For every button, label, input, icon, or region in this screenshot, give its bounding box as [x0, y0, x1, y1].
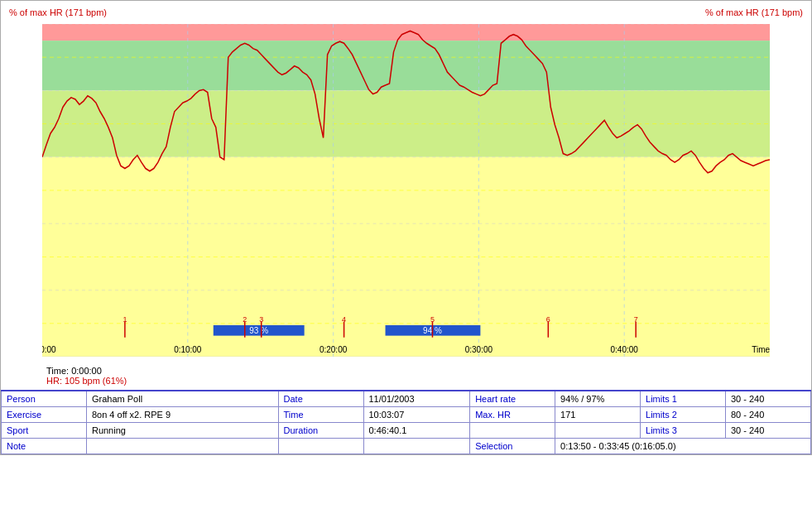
table-row: Note Selection 0:13:50 - 0:33:45 (0:16:0… [2, 439, 811, 454]
limits2-label: Limits 2 [641, 407, 726, 423]
sport-label: Sport [2, 423, 87, 439]
table-row: Exercise 8on 4 off x2. RPE 9 Time 10:03:… [2, 407, 811, 423]
time-value: 10:03:07 [363, 407, 470, 423]
limits3-label: Limits 3 [641, 423, 726, 439]
chart-svg: 100% 90% 80% 70% 60% 50% 40% 30% 100% 90… [42, 24, 770, 357]
svg-text:0:30:00: 0:30:00 [465, 344, 493, 353]
data-table: Person Graham Poll Date 11/01/2003 Heart… [1, 390, 811, 454]
empty-cell-1 [470, 423, 555, 439]
svg-text:0:40:00: 0:40:00 [611, 344, 639, 353]
heartrate-value: 94% / 97% [555, 391, 641, 407]
limits1-label: Limits 1 [641, 391, 726, 407]
date-value: 11/01/2003 [363, 391, 470, 407]
empty-cell-3 [278, 439, 363, 454]
chart-svg-wrapper: 100% 90% 80% 70% 60% 50% 40% 30% 100% 90… [42, 24, 770, 357]
limits1-value: 30 - 240 [725, 391, 810, 407]
svg-text:7: 7 [634, 314, 638, 323]
duration-value: 0:46:40.1 [363, 423, 470, 439]
chart-area: % of max HR (171 bpm) % of max HR (171 b… [1, 1, 811, 390]
time-display: Time: 0:00:00 [46, 366, 127, 376]
chart-info: Time: 0:00:00 HR: 105 bpm (61%) [46, 366, 127, 386]
main-container: % of max HR (171 bpm) % of max HR (171 b… [0, 0, 812, 455]
maxhr-label: Max. HR [470, 407, 555, 423]
svg-text:3: 3 [259, 314, 263, 323]
sport-value: Running [86, 423, 278, 439]
svg-rect-1 [42, 41, 770, 90]
svg-text:Time: Time [752, 344, 770, 353]
note-label: Note [2, 439, 87, 454]
svg-text:0:20:00: 0:20:00 [320, 344, 348, 353]
heartrate-label: Heart rate [470, 391, 555, 407]
svg-text:1: 1 [123, 314, 127, 323]
date-label: Date [278, 391, 363, 407]
note-value [86, 439, 278, 454]
svg-text:2: 2 [243, 314, 247, 323]
chart-title-left: % of max HR (171 bpm) [9, 7, 107, 17]
table-row: Person Graham Poll Date 11/01/2003 Heart… [2, 391, 811, 407]
svg-text:6: 6 [546, 314, 550, 323]
table-row: Sport Running Duration 0:46:40.1 Limits … [2, 423, 811, 439]
hr-display: HR: 105 bpm (61%) [46, 376, 127, 386]
exercise-value: 8on 4 off x2. RPE 9 [86, 407, 278, 423]
empty-cell-4 [363, 439, 470, 454]
chart-title-right: % of max HR (171 bpm) [705, 7, 803, 17]
maxhr-value: 171 [555, 407, 641, 423]
empty-cell-2 [555, 423, 641, 439]
svg-text:5: 5 [430, 314, 435, 323]
person-label: Person [2, 391, 87, 407]
duration-label: Duration [278, 423, 363, 439]
person-value: Graham Poll [86, 391, 278, 407]
selection-value: 0:13:50 - 0:33:45 (0:16:05.0) [555, 439, 811, 454]
limits3-value: 30 - 240 [725, 423, 810, 439]
selection-label: Selection [470, 439, 555, 454]
limits2-value: 80 - 240 [725, 407, 810, 423]
svg-text:93 %: 93 % [249, 326, 268, 335]
time-label: Time [278, 407, 363, 423]
exercise-label: Exercise [2, 407, 87, 423]
svg-text:4: 4 [342, 314, 346, 323]
svg-text:0:00:00: 0:00:00 [42, 344, 56, 353]
svg-text:0:10:00: 0:10:00 [174, 344, 202, 353]
